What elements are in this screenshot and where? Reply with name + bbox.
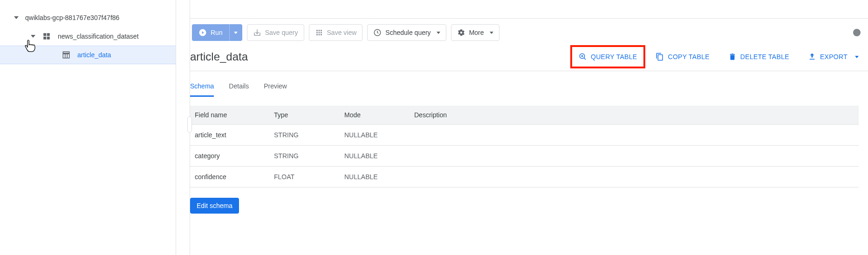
main-pane: Run Save query Save view Schedule query … xyxy=(190,0,868,255)
schedule-query-label: Schedule query xyxy=(385,29,431,36)
schema-row: confidence FLOAT NULLABLE xyxy=(190,167,859,188)
schema-row: article_text STRING NULLABLE xyxy=(190,125,859,146)
dataset-icon xyxy=(42,32,51,41)
run-button[interactable]: Run xyxy=(192,24,229,41)
tab-preview[interactable]: Preview xyxy=(264,82,287,97)
schema-table: Field name Type Mode Description article… xyxy=(190,106,859,188)
tabs: Schema Details Preview xyxy=(190,71,859,97)
editor-pane xyxy=(190,0,868,19)
copy-table-label: COPY TABLE xyxy=(668,53,709,60)
caret-down-icon xyxy=(490,32,493,34)
run-label: Run xyxy=(211,29,223,36)
table-icon xyxy=(62,50,71,60)
save-view-button[interactable]: Save view xyxy=(309,24,363,41)
chevron-down-icon xyxy=(31,35,35,38)
cell-mode: NULLABLE xyxy=(340,125,410,146)
query-table-button[interactable]: QUERY TABLE xyxy=(570,45,646,68)
drag-handle-icon[interactable] xyxy=(187,116,192,133)
header-mode: Mode xyxy=(340,106,410,125)
run-button-group: Run xyxy=(192,24,242,41)
cell-mode: NULLABLE xyxy=(340,167,410,188)
header-description: Description xyxy=(410,106,859,125)
schema-row: category STRING NULLABLE xyxy=(190,146,859,167)
cell-type: STRING xyxy=(269,146,340,167)
chevron-down-icon xyxy=(14,16,19,19)
status-indicator xyxy=(853,29,861,36)
save-view-label: Save view xyxy=(327,29,357,36)
caret-down-icon xyxy=(437,32,440,34)
export-label: EXPORT xyxy=(820,53,847,60)
copy-table-button[interactable]: COPY TABLE xyxy=(656,53,709,61)
project-label: qwiklabs-gcp-881767e307f47f86 xyxy=(25,14,119,21)
header-field-name: Field name xyxy=(190,106,269,125)
cell-description xyxy=(410,167,859,188)
save-query-label: Save query xyxy=(265,29,298,36)
resize-divider[interactable] xyxy=(176,0,190,255)
dataset-label: news_classification_dataset xyxy=(58,33,139,40)
export-button[interactable]: EXPORT xyxy=(808,53,859,61)
run-dropdown[interactable] xyxy=(229,24,242,41)
more-label: More xyxy=(469,29,484,36)
schedule-query-button[interactable]: Schedule query xyxy=(367,24,446,41)
table-tree-item-selected[interactable]: article_data xyxy=(0,46,176,64)
navigation-sidebar: qwiklabs-gcp-881767e307f47f86 news_class… xyxy=(0,0,176,255)
query-table-label: QUERY TABLE xyxy=(591,53,637,60)
cell-field: article_text xyxy=(190,125,269,146)
table-header-row: article_data QUERY TABLE COPY TABLE DELE… xyxy=(190,47,868,71)
cell-description xyxy=(410,146,859,167)
schema-header-row: Field name Type Mode Description xyxy=(190,106,859,125)
project-tree-item[interactable]: qwiklabs-gcp-881767e307f47f86 xyxy=(0,8,176,27)
content-area: Schema Details Preview Field name Type M… xyxy=(190,71,868,214)
delete-table-button[interactable]: DELETE TABLE xyxy=(728,53,789,61)
edit-schema-button[interactable]: Edit schema xyxy=(190,198,239,214)
caret-down-icon xyxy=(855,56,859,58)
header-type: Type xyxy=(269,106,340,125)
caret-down-icon xyxy=(234,32,238,34)
cell-field: category xyxy=(190,146,269,167)
table-actions: QUERY TABLE COPY TABLE DELETE TABLE EXPO… xyxy=(579,53,859,61)
save-query-button[interactable]: Save query xyxy=(247,24,304,41)
more-button[interactable]: More xyxy=(451,24,499,41)
dataset-tree-item[interactable]: news_classification_dataset xyxy=(0,27,176,46)
tab-details[interactable]: Details xyxy=(229,82,249,97)
cell-field: confidence xyxy=(190,167,269,188)
tab-schema[interactable]: Schema xyxy=(190,82,214,97)
cell-type: STRING xyxy=(269,125,340,146)
cell-type: FLOAT xyxy=(269,167,340,188)
cell-mode: NULLABLE xyxy=(340,146,410,167)
table-title: article_data xyxy=(190,50,248,63)
delete-table-label: DELETE TABLE xyxy=(740,53,789,60)
toolbar: Run Save query Save view Schedule query … xyxy=(190,19,868,47)
cell-description xyxy=(410,125,859,146)
table-label: article_data xyxy=(77,51,111,59)
